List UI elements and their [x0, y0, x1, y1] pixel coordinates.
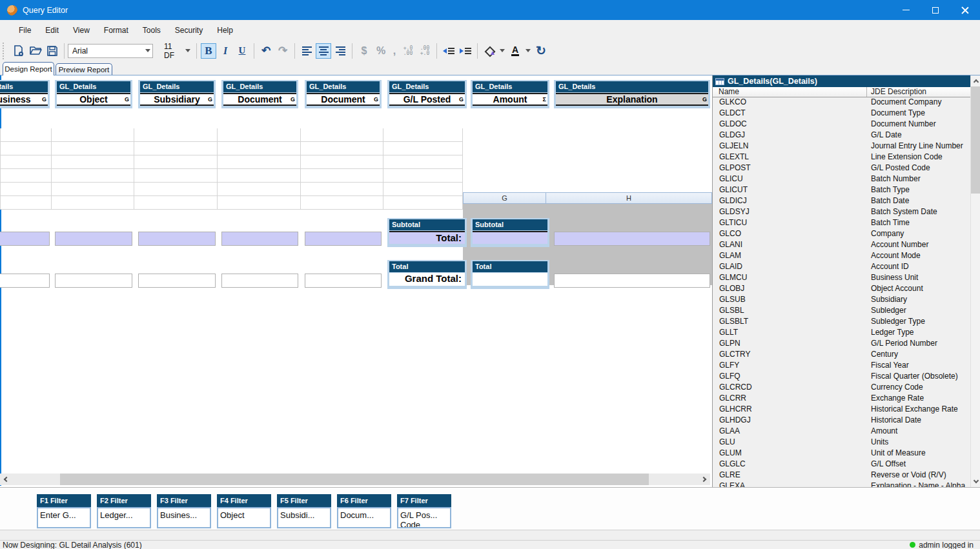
tab-design-report[interactable]: Design Report	[3, 62, 54, 75]
filter-value-input[interactable]: Busines...	[157, 507, 211, 528]
indent-decrease-button[interactable]	[441, 43, 456, 59]
grid-cell[interactable]	[52, 169, 134, 183]
font-color-dropdown[interactable]	[524, 43, 532, 59]
undo-button[interactable]: ↶	[258, 43, 274, 59]
grid-cell[interactable]	[301, 169, 383, 183]
grid-cell[interactable]	[301, 142, 383, 155]
currency-format-button[interactable]: $	[356, 43, 372, 59]
increase-decimal-button[interactable]: +.0 .00	[400, 43, 416, 59]
report-column-5[interactable]: GL_DetailsG/L PostedG	[387, 80, 467, 108]
field-list-row[interactable]: GLOBJObject Account	[713, 284, 970, 295]
grid-cell[interactable]	[52, 155, 134, 169]
grid-cell[interactable]	[134, 196, 218, 210]
grid-cell[interactable]	[0, 169, 52, 183]
field-list-row[interactable]: GLAIDAccount ID	[713, 262, 970, 273]
grid-cell[interactable]	[52, 142, 134, 155]
grid-cell[interactable]	[134, 169, 218, 183]
grid-cell[interactable]	[134, 142, 218, 155]
horizontal-scrollbar[interactable]	[0, 474, 710, 485]
grid-cell[interactable]	[301, 196, 383, 210]
percent-format-button[interactable]: %	[373, 43, 389, 59]
menu-view[interactable]: View	[66, 22, 97, 39]
report-column-3[interactable]: GL_DetailsDocumentG	[221, 80, 298, 108]
field-list-row[interactable]: GLFYFiscal Year	[713, 361, 970, 372]
filter-value-input[interactable]: Ledger...	[97, 507, 151, 528]
redo-button[interactable]: ↷	[275, 43, 291, 59]
band-cell[interactable]	[305, 274, 382, 288]
field-list-row[interactable]: GLICUTBatch Type	[713, 185, 970, 196]
band-cell[interactable]	[0, 232, 50, 246]
vertical-scrollbar[interactable]	[970, 75, 980, 487]
grid-cell[interactable]	[218, 155, 301, 169]
field-list-row[interactable]: GLCRCDCurrency Code	[713, 383, 970, 394]
report-column-7[interactable]: GL_DetailsExplanationG	[554, 80, 710, 108]
grid-cell[interactable]	[383, 155, 463, 169]
band-cell[interactable]	[55, 274, 132, 288]
field-list-row[interactable]: GLCTRYCentury	[713, 350, 970, 361]
grid-cell[interactable]	[383, 142, 463, 155]
grid-cell[interactable]	[218, 183, 301, 196]
filter-value-input[interactable]: Docum...	[337, 507, 391, 528]
align-right-button[interactable]	[332, 43, 348, 59]
toolbar-grip[interactable]	[3, 43, 5, 59]
field-list-row[interactable]: GLHDGJHistorical Date	[713, 415, 970, 426]
menu-file[interactable]: File	[12, 22, 38, 39]
field-list-row[interactable]: GLAAAmount	[713, 426, 970, 437]
band-cell[interactable]	[138, 232, 216, 246]
field-list-row[interactable]: GLDSYJBatch System Date	[713, 207, 970, 218]
refresh-button[interactable]: ↻	[533, 43, 549, 59]
field-list-row[interactable]: GLSUBSubsidiary	[713, 295, 970, 306]
field-list-row[interactable]: GLMCUBusiness Unit	[713, 273, 970, 284]
grid-cell[interactable]	[301, 155, 383, 169]
grid-cell[interactable]	[383, 169, 463, 183]
indent-increase-button[interactable]	[458, 43, 473, 59]
field-list-row[interactable]: GLEXAExplanation - Name - Alpha	[713, 481, 970, 487]
filter-value-input[interactable]: Enter G...	[37, 507, 91, 528]
grid-cell[interactable]	[0, 183, 52, 196]
grid-cell[interactable]	[52, 128, 134, 142]
underline-button[interactable]: U	[234, 43, 250, 59]
font-color-button[interactable]: A	[507, 43, 523, 59]
band-box[interactable]: Subtotal	[471, 218, 549, 247]
scroll-up-arrow[interactable]	[971, 75, 980, 86]
band-cell[interactable]	[55, 232, 132, 246]
band-cell[interactable]	[221, 274, 298, 288]
grid-cell[interactable]	[218, 196, 301, 210]
filter-value-input[interactable]: Subsidi...	[277, 507, 331, 528]
scroll-right-arrow[interactable]	[699, 474, 710, 485]
report-column-0[interactable]: GL_DetailsBusinessG	[0, 80, 50, 108]
menu-edit[interactable]: Edit	[38, 22, 66, 39]
menu-format[interactable]: Format	[97, 22, 136, 39]
save-button[interactable]	[45, 43, 60, 59]
tab-preview-report[interactable]: Preview Report	[56, 63, 112, 75]
band-box[interactable]: Total	[471, 260, 549, 289]
band-cell[interactable]	[138, 274, 216, 288]
field-list-row[interactable]: GLCOCompany	[713, 229, 970, 240]
vertical-scrollbar-thumb[interactable]	[971, 86, 980, 194]
align-center-button[interactable]	[316, 43, 331, 59]
maximize-button[interactable]	[921, 0, 950, 20]
field-list-row[interactable]: GLSBLSubledger	[713, 306, 970, 317]
band-cell[interactable]	[221, 232, 298, 246]
filter-value-input[interactable]: Object	[217, 507, 271, 528]
field-list-row[interactable]: GLTICUBatch Time	[713, 218, 970, 229]
field-list-row[interactable]: GLHCRRHistorical Exchange Rate	[713, 404, 970, 415]
band-cell[interactable]	[554, 274, 710, 288]
report-column-2[interactable]: GL_DetailsSubsidiaryG	[138, 80, 216, 108]
grid-cell[interactable]	[0, 142, 52, 155]
field-list-row[interactable]: GLKCODocument Company	[713, 97, 970, 108]
band-cell[interactable]	[554, 232, 710, 246]
grid-cell[interactable]	[52, 196, 134, 210]
field-list-row[interactable]: GLJELNJournal Entry Line Number	[713, 141, 970, 152]
field-list-row[interactable]: GLPNG/L Period Number	[713, 339, 970, 350]
band-box[interactable]: TotalGrand Total:	[387, 260, 467, 289]
scroll-down-arrow[interactable]	[971, 476, 980, 487]
font-family-select[interactable]: Arial	[68, 44, 153, 58]
band-cell[interactable]	[0, 274, 50, 288]
filter-value-input[interactable]: G/L Pos... Code	[397, 507, 451, 528]
grid-cell[interactable]	[218, 128, 301, 142]
grid-cell[interactable]	[301, 128, 383, 142]
field-list-row[interactable]: GLGLCG/L Offset	[713, 459, 970, 470]
field-list-row[interactable]: GLDCTDocument Type	[713, 108, 970, 119]
grid-cell[interactable]	[383, 128, 463, 142]
